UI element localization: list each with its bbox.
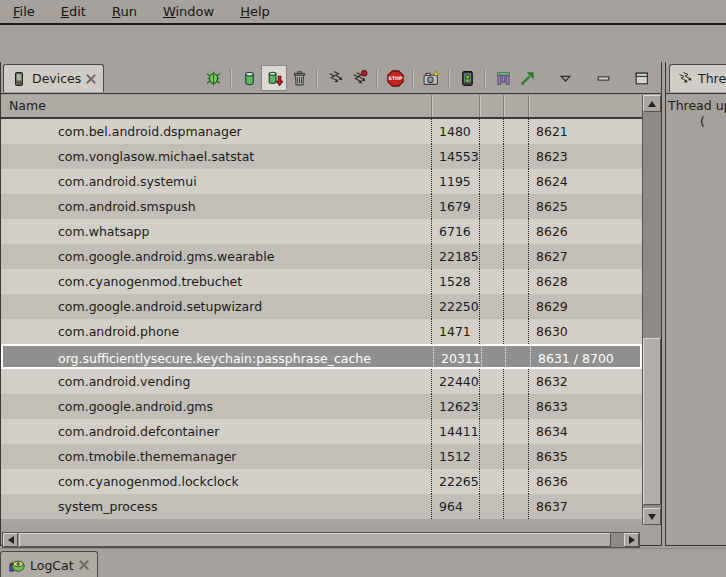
close-icon[interactable] <box>86 74 96 84</box>
port-cell[interactable]: 8623 <box>528 144 642 169</box>
pid-cell[interactable]: 1528 <box>431 269 479 294</box>
pid-cell[interactable]: 1195 <box>431 169 479 194</box>
empty-cell[interactable] <box>503 219 528 244</box>
pid-cell[interactable]: 20311 <box>433 346 481 367</box>
menu-edit[interactable]: Edit <box>48 2 99 21</box>
debug-process-button[interactable] <box>201 66 225 90</box>
tab-devices[interactable]: Devices <box>3 64 104 92</box>
empty-cell[interactable] <box>479 194 503 219</box>
empty-cell[interactable] <box>479 169 503 194</box>
port-cell[interactable]: 8634 <box>528 419 642 444</box>
empty-cell[interactable] <box>479 369 503 394</box>
minimize-button[interactable] <box>591 66 615 90</box>
port-cell[interactable]: 8624 <box>528 169 642 194</box>
menu-run[interactable]: Run <box>99 2 150 21</box>
empty-cell[interactable] <box>479 244 503 269</box>
pid-cell[interactable]: 14553 <box>431 144 479 169</box>
close-icon[interactable] <box>79 560 89 570</box>
empty-cell[interactable] <box>479 144 503 169</box>
empty-cell[interactable] <box>481 346 505 367</box>
port-cell[interactable]: 8625 <box>528 194 642 219</box>
method-profiling-button[interactable] <box>347 66 371 90</box>
process-name-cell[interactable]: com.android.vending <box>1 369 431 394</box>
pid-cell[interactable]: 12623 <box>431 394 479 419</box>
process-name-cell[interactable]: com.google.android.setupwizard <box>1 294 431 319</box>
port-cell[interactable]: 8636 <box>528 469 642 494</box>
table-row[interactable]: com.android.vending 22440 8632 <box>1 369 642 394</box>
update-threads-button[interactable] <box>323 66 347 90</box>
process-name-cell[interactable]: com.android.phone <box>1 319 431 344</box>
menu-help[interactable]: Help <box>227 2 283 21</box>
scroll-right-button[interactable] <box>624 533 639 547</box>
empty-cell[interactable] <box>503 144 528 169</box>
process-name-cell[interactable]: com.tmobile.thememanager <box>1 444 431 469</box>
port-cell[interactable]: 8629 <box>528 294 642 319</box>
empty-cell[interactable] <box>479 219 503 244</box>
table-row[interactable]: com.cyanogenmod.trebuchet 1528 8628 <box>1 269 642 294</box>
table-row[interactable]: com.android.defcontainer 14411 8634 <box>1 419 642 444</box>
table-row[interactable]: com.google.android.gms 12623 8633 <box>1 394 642 419</box>
stop-process-button[interactable]: STOP <box>383 66 407 90</box>
empty-cell[interactable] <box>479 444 503 469</box>
table-row[interactable]: system_process 964 8637 <box>1 494 642 519</box>
empty-cell[interactable] <box>479 294 503 319</box>
tab-threads[interactable]: Threads <box>669 64 726 92</box>
update-heap-button[interactable] <box>237 66 261 90</box>
table-row[interactable]: org.sufficientlysecure.keychain:passphra… <box>1 344 642 369</box>
port-cell[interactable]: 8626 <box>528 219 642 244</box>
table-row[interactable]: com.whatsapp 6716 8626 <box>1 219 642 244</box>
empty-cell[interactable] <box>479 494 503 519</box>
emulator-control-button[interactable] <box>455 66 479 90</box>
table-row[interactable]: com.android.smspush 1679 8625 <box>1 194 642 219</box>
process-name-cell[interactable]: system_process <box>1 494 431 519</box>
screen-capture-button[interactable] <box>419 66 443 90</box>
empty-cell[interactable] <box>503 269 528 294</box>
empty-cell[interactable] <box>479 119 503 144</box>
column-header-name[interactable]: Name <box>9 98 46 113</box>
view-menu-button[interactable] <box>553 66 577 90</box>
process-name-cell[interactable]: com.cyanogenmod.lockclock <box>1 469 431 494</box>
process-name-cell[interactable]: com.vonglasow.michael.satstat <box>1 144 431 169</box>
menu-window[interactable]: Window <box>150 2 227 21</box>
cause-gc-button[interactable] <box>287 66 311 90</box>
empty-cell[interactable] <box>503 319 528 344</box>
empty-cell[interactable] <box>503 419 528 444</box>
pid-cell[interactable]: 22265 <box>431 469 479 494</box>
empty-cell[interactable] <box>479 419 503 444</box>
empty-cell[interactable] <box>503 394 528 419</box>
table-row[interactable]: com.tmobile.thememanager 1512 8635 <box>1 444 642 469</box>
table-row[interactable]: com.google.android.setupwizard 22250 862… <box>1 294 642 319</box>
empty-cell[interactable] <box>503 244 528 269</box>
empty-cell[interactable] <box>503 494 528 519</box>
menu-file[interactable]: File <box>0 2 48 21</box>
process-name-cell[interactable]: com.cyanogenmod.trebuchet <box>1 269 431 294</box>
vertical-scrollbar[interactable] <box>642 95 661 525</box>
tab-logcat[interactable]: LogCat <box>0 551 98 577</box>
empty-cell[interactable] <box>479 394 503 419</box>
empty-cell[interactable] <box>503 169 528 194</box>
scroll-down-button[interactable] <box>643 508 661 525</box>
empty-cell[interactable] <box>479 319 503 344</box>
empty-cell[interactable] <box>503 119 528 144</box>
pid-cell[interactable]: 1480 <box>431 119 479 144</box>
port-cell[interactable]: 8621 <box>528 119 642 144</box>
empty-cell[interactable] <box>503 444 528 469</box>
port-cell[interactable]: 8631 / 8700 <box>530 346 644 367</box>
port-cell[interactable]: 8637 <box>528 494 642 519</box>
process-name-cell[interactable]: com.google.android.gms.wearable <box>1 244 431 269</box>
process-name-cell[interactable]: com.android.systemui <box>1 169 431 194</box>
scroll-left-button[interactable] <box>3 533 18 547</box>
table-row[interactable]: com.vonglasow.michael.satstat 14553 8623 <box>1 144 642 169</box>
pid-cell[interactable]: 22250 <box>431 294 479 319</box>
port-cell[interactable]: 8630 <box>528 319 642 344</box>
tracer-button[interactable] <box>515 66 539 90</box>
process-name-cell[interactable]: com.google.android.gms <box>1 394 431 419</box>
table-row[interactable]: com.bel.android.dspmanager 1480 8621 <box>1 119 642 144</box>
port-cell[interactable]: 8635 <box>528 444 642 469</box>
process-name-cell[interactable]: org.sufficientlysecure.keychain:passphra… <box>3 346 433 367</box>
vertical-scrollbar-thumb[interactable] <box>643 338 661 505</box>
pid-cell[interactable]: 964 <box>431 494 479 519</box>
port-cell[interactable]: 8627 <box>528 244 642 269</box>
ui-hierarchy-button[interactable] <box>491 66 515 90</box>
empty-cell[interactable] <box>503 294 528 319</box>
